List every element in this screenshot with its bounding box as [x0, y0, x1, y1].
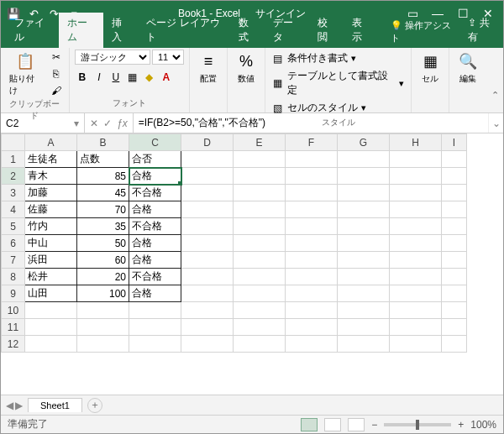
fill-color-button[interactable]: ◆	[142, 70, 157, 85]
row-header-6[interactable]: 6	[2, 235, 25, 252]
cell-G5[interactable]	[338, 218, 390, 235]
cell-B1[interactable]: 点数	[77, 151, 129, 168]
cell-H1[interactable]	[390, 151, 442, 168]
cell-G4[interactable]	[338, 201, 390, 218]
cell-I12[interactable]	[442, 336, 467, 353]
cell-I9[interactable]	[442, 285, 467, 302]
cell-I10[interactable]	[442, 302, 467, 319]
cell-H10[interactable]	[390, 302, 442, 319]
row-header-9[interactable]: 9	[2, 285, 25, 302]
col-header-H[interactable]: H	[390, 134, 442, 151]
row-header-2[interactable]: 2	[2, 168, 25, 185]
cell-A8[interactable]: 松井	[25, 269, 77, 285]
cell-E11[interactable]	[234, 319, 286, 336]
cell-B4[interactable]: 70	[77, 201, 129, 218]
cell-F8[interactable]	[286, 269, 338, 285]
cell-A12[interactable]	[25, 336, 77, 353]
cell-B11[interactable]	[77, 319, 129, 336]
cell-E9[interactable]	[234, 285, 286, 302]
cell-H7[interactable]	[390, 252, 442, 269]
cell-B10[interactable]	[77, 302, 129, 319]
cell-F2[interactable]	[286, 168, 338, 185]
tab-review[interactable]: 校閲	[309, 13, 344, 48]
cell-G2[interactable]	[338, 168, 390, 185]
cell-C12[interactable]	[129, 336, 181, 353]
cell-C9[interactable]: 合格	[129, 285, 181, 302]
font-name-select[interactable]: 游ゴシック	[75, 50, 150, 65]
cell-C10[interactable]	[129, 302, 181, 319]
cell-D4[interactable]	[181, 201, 234, 218]
cell-B7[interactable]: 60	[77, 252, 129, 269]
cell-F1[interactable]	[286, 151, 338, 168]
cut-button[interactable]: ✂	[49, 50, 64, 65]
cell-D9[interactable]	[181, 285, 234, 302]
row-header-7[interactable]: 7	[2, 252, 25, 269]
cell-G11[interactable]	[338, 319, 390, 336]
cell-D7[interactable]	[181, 252, 234, 269]
cell-A5[interactable]: 竹内	[25, 218, 77, 235]
cell-C1[interactable]: 合否	[129, 151, 181, 168]
border-button[interactable]: ▦	[125, 70, 140, 85]
cell-E8[interactable]	[234, 269, 286, 285]
tab-insert[interactable]: 挿入	[103, 13, 139, 48]
cell-C7[interactable]: 合格	[129, 252, 181, 269]
row-header-3[interactable]: 3	[2, 185, 25, 201]
cell-D12[interactable]	[181, 336, 234, 353]
fx-icon[interactable]: ƒx	[117, 118, 128, 129]
font-size-select[interactable]: 11	[152, 50, 184, 65]
format-painter-button[interactable]: 🖌	[49, 83, 64, 98]
cell-G6[interactable]	[338, 235, 390, 252]
format-as-table-button[interactable]: ▦テーブルとして書式設定 ▾	[270, 67, 406, 99]
cell-H12[interactable]	[390, 336, 442, 353]
cell-E6[interactable]	[234, 235, 286, 252]
enter-formula-button[interactable]: ✓	[103, 118, 112, 129]
cell-G8[interactable]	[338, 269, 390, 285]
zoom-in-button[interactable]: +	[458, 419, 464, 431]
name-box-dropdown-icon[interactable]: ▾	[74, 118, 79, 129]
italic-button[interactable]: I	[92, 70, 107, 85]
cell-D8[interactable]	[181, 269, 234, 285]
cell-D10[interactable]	[181, 302, 234, 319]
view-page-layout-button[interactable]	[324, 418, 341, 431]
alignment-button[interactable]: ≡ 配置	[195, 50, 222, 86]
col-header-A[interactable]: A	[25, 134, 77, 151]
cell-I1[interactable]	[442, 151, 467, 168]
cell-H4[interactable]	[390, 201, 442, 218]
tab-page-layout[interactable]: ページ レイアウト	[138, 13, 229, 48]
col-header-C[interactable]: C	[129, 134, 181, 151]
col-header-G[interactable]: G	[338, 134, 390, 151]
cell-F10[interactable]	[286, 302, 338, 319]
cell-D6[interactable]	[181, 235, 234, 252]
cell-I8[interactable]	[442, 269, 467, 285]
row-header-4[interactable]: 4	[2, 201, 25, 218]
cell-F9[interactable]	[286, 285, 338, 302]
cell-A6[interactable]: 中山	[25, 235, 77, 252]
worksheet-grid[interactable]: ABCDEFGHI1生徒名点数合否2青木85合格3加藤45不合格4佐藤70合格5…	[1, 133, 503, 395]
cell-A9[interactable]: 山田	[25, 285, 77, 302]
cell-A1[interactable]: 生徒名	[25, 151, 77, 168]
cell-C6[interactable]: 合格	[129, 235, 181, 252]
sheet-tab[interactable]: Sheet1	[28, 398, 82, 412]
cell-E12[interactable]	[234, 336, 286, 353]
number-format-button[interactable]: % 数値	[233, 50, 260, 86]
tab-formulas[interactable]: 数式	[230, 13, 265, 48]
cell-A11[interactable]	[25, 319, 77, 336]
cell-G12[interactable]	[338, 336, 390, 353]
cell-I7[interactable]	[442, 252, 467, 269]
cell-E5[interactable]	[234, 218, 286, 235]
cell-C8[interactable]: 不合格	[129, 269, 181, 285]
cell-I3[interactable]	[442, 185, 467, 201]
cell-D11[interactable]	[181, 319, 234, 336]
cell-E10[interactable]	[234, 302, 286, 319]
zoom-out-button[interactable]: −	[371, 419, 377, 431]
row-header-11[interactable]: 11	[2, 319, 25, 336]
row-header-10[interactable]: 10	[2, 302, 25, 319]
tab-data[interactable]: データ	[265, 13, 308, 48]
cancel-formula-button[interactable]: ✕	[90, 118, 98, 129]
cell-B5[interactable]: 35	[77, 218, 129, 235]
cell-A3[interactable]: 加藤	[25, 185, 77, 201]
paste-button[interactable]: 📋 貼り付け	[6, 50, 45, 98]
cell-B12[interactable]	[77, 336, 129, 353]
cell-D3[interactable]	[181, 185, 234, 201]
cell-I6[interactable]	[442, 235, 467, 252]
